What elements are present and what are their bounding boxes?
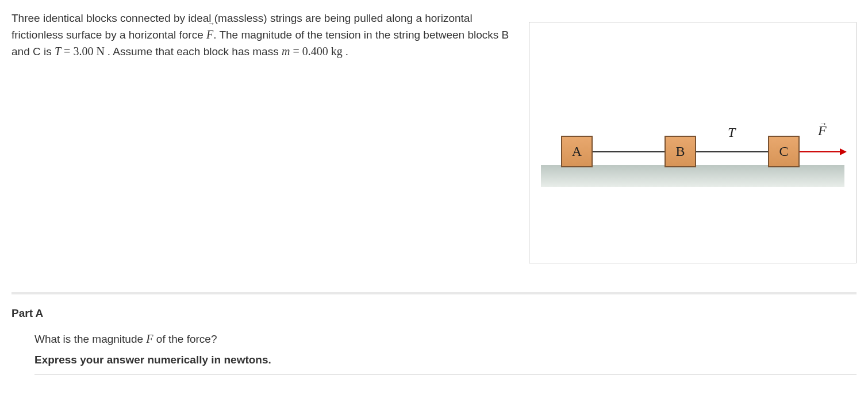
- string-a-b: [593, 151, 666, 152]
- block-b: B: [665, 136, 696, 167]
- problem-text-3: . Assume that each block has mass: [107, 45, 282, 58]
- question-force-symbol: F: [146, 332, 153, 345]
- force-vector-arrow-icon: →: [819, 119, 827, 128]
- tension-symbol: T: [55, 45, 61, 58]
- ground-surface: [541, 165, 844, 187]
- block-c: C: [768, 136, 800, 167]
- problem-statement: Three identical blocks connected by idea…: [11, 10, 517, 60]
- tension-label: T: [728, 125, 735, 140]
- physics-diagram: A B C T F →: [529, 22, 857, 263]
- mass-unit: kg: [328, 45, 345, 58]
- mass-value: 0.400: [302, 45, 328, 58]
- problem-text-column: Three identical blocks connected by idea…: [11, 10, 517, 66]
- part-a-instruction: Express your answer numerically in newto…: [34, 354, 857, 366]
- problem-period: .: [345, 45, 348, 58]
- part-a-heading: Part A: [11, 307, 857, 320]
- section-divider: [11, 292, 857, 294]
- string-b-c: [696, 151, 769, 152]
- problem-container: Three identical blocks connected by idea…: [11, 10, 857, 263]
- answer-divider: [34, 374, 857, 375]
- equals-2: =: [290, 45, 302, 58]
- tension-value: 3.00: [73, 45, 93, 58]
- force-vector-symbol: F: [206, 26, 213, 43]
- question-text-a: What is the magnitude: [34, 333, 146, 345]
- part-a-question: What is the magnitude F of the force?: [34, 332, 857, 346]
- force-arrow: [800, 151, 846, 152]
- block-a: A: [561, 136, 593, 167]
- tension-unit: N: [93, 45, 107, 58]
- mass-symbol: m: [282, 45, 290, 58]
- equals-1: =: [61, 45, 73, 58]
- part-a-content: What is the magnitude F of the force? Ex…: [11, 332, 857, 375]
- question-text-b: of the force?: [153, 333, 217, 345]
